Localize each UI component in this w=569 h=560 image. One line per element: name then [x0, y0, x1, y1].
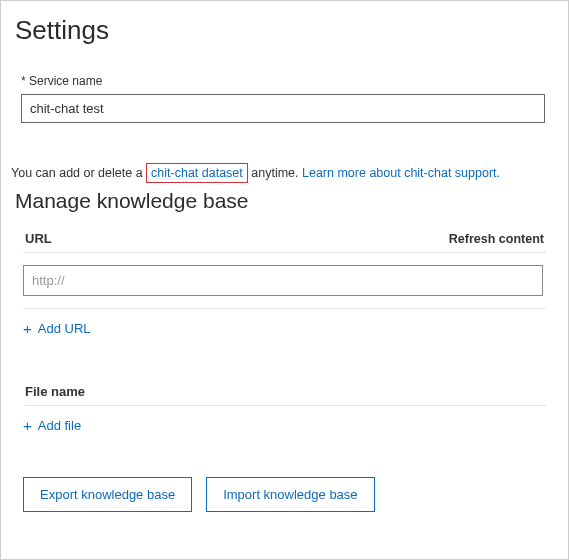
- footer-actions: Export knowledge base Import knowledge b…: [23, 477, 558, 512]
- hint-middle: anytime.: [248, 166, 302, 180]
- manage-kb-title: Manage knowledge base: [15, 189, 558, 213]
- settings-panel: Settings Service name You can add or del…: [1, 1, 568, 532]
- add-file-button[interactable]: + Add file: [23, 416, 81, 435]
- learn-more-link[interactable]: Learn more about chit-chat support.: [302, 166, 500, 180]
- hint-prefix: You can add or delete a: [11, 166, 146, 180]
- chitchat-hint: You can add or delete a chit-chat datase…: [11, 163, 558, 183]
- url-header-row: URL Refresh content: [23, 231, 546, 253]
- add-url-button[interactable]: + Add URL: [23, 319, 91, 338]
- refresh-content-header: Refresh content: [449, 232, 544, 246]
- import-kb-button[interactable]: Import knowledge base: [206, 477, 374, 512]
- service-name-input[interactable]: [21, 94, 545, 123]
- add-url-label: Add URL: [38, 321, 91, 336]
- manage-kb-section: URL Refresh content + Add URL File name …: [11, 231, 558, 435]
- plus-icon: +: [23, 418, 32, 433]
- page-title: Settings: [15, 15, 558, 46]
- plus-icon: +: [23, 321, 32, 336]
- url-input[interactable]: [23, 265, 543, 296]
- url-column-header: URL: [25, 231, 52, 246]
- chit-chat-dataset-link[interactable]: chit-chat dataset: [146, 163, 248, 183]
- add-file-label: Add file: [38, 418, 81, 433]
- file-name-header: File name: [25, 384, 546, 406]
- url-divider: [23, 308, 546, 309]
- export-kb-button[interactable]: Export knowledge base: [23, 477, 192, 512]
- service-name-label: Service name: [21, 74, 558, 88]
